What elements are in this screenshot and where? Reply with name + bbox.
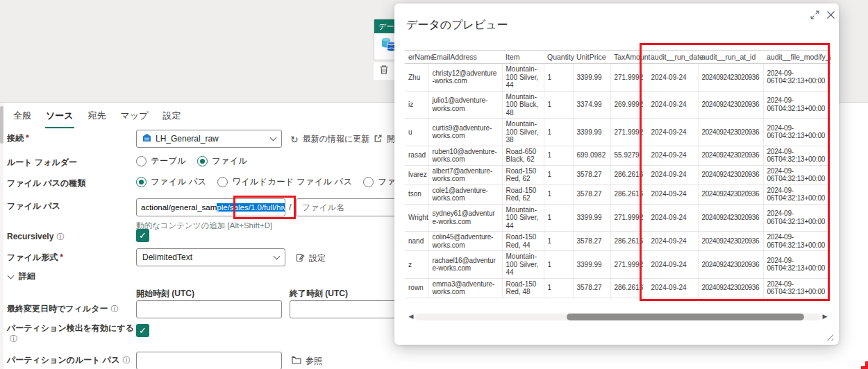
- table-cell: 2024-09-24: [644, 204, 698, 232]
- table-cell: 3399.99: [573, 64, 610, 92]
- panel-scrollbar-thumb[interactable]: [0, 106, 3, 144]
- table-cell: 2024092423020936: [698, 278, 763, 298]
- table-cell: 2024-09-24: [644, 146, 698, 165]
- table-cell: 271.9992: [610, 204, 644, 232]
- partition-discovery-label: パーティション検出を有効にするⓘ: [7, 323, 135, 344]
- radio-selected-icon: [197, 156, 208, 166]
- table-cell: colin45@adventure-works.com: [428, 232, 502, 251]
- table-cell: rasad: [405, 146, 428, 165]
- column-header: audit__run_at_id: [698, 51, 763, 64]
- table-cell: julio1@adventure-works.com: [428, 91, 502, 119]
- column-header: Item: [502, 51, 544, 64]
- table-cell: 2024-09-06T04:32:13+00:00: [763, 119, 831, 146]
- connection-label: 接続*: [7, 133, 135, 144]
- dialog-title: データのプレビュー: [406, 18, 508, 33]
- refresh-icon: ↻: [290, 135, 299, 144]
- table-cell: tson: [405, 184, 428, 204]
- table-cell: 269.9992: [610, 91, 644, 119]
- table-cell: Road-650 Black, 62: [502, 146, 544, 165]
- table-row: ucurtis9@adventure-works.comMountain-100…: [405, 119, 831, 146]
- close-dialog-icon[interactable]: [826, 10, 837, 21]
- start-time-label: 開始時刻 (UTC): [136, 289, 268, 299]
- table-cell: 271.9992: [610, 251, 644, 279]
- radio-icon: [363, 177, 374, 187]
- radio-option-wildcard-path[interactable]: ワイルドカード ファイル パス: [217, 176, 352, 188]
- table-row: lvarezalbert7@adventure-works.comRoad-15…: [405, 165, 831, 184]
- scrollbar-thumb[interactable]: [567, 314, 804, 320]
- add-dynamic-content-link[interactable]: 動的なコンテンツの追加 [Alt+Shift+D]: [136, 221, 272, 231]
- table-row: tsoncole1@adventure-works.comRoad-150 Re…: [405, 184, 831, 204]
- tab-general[interactable]: 全般: [12, 105, 32, 128]
- table-cell: 1: [544, 204, 573, 232]
- panel-scrollbar[interactable]: [0, 103, 3, 369]
- info-icon[interactable]: ⓘ: [110, 304, 118, 313]
- radio-option-files[interactable]: ファイル: [197, 155, 247, 167]
- table-cell: 3578.27: [573, 278, 610, 298]
- table-cell: 2024092423020936: [698, 146, 763, 165]
- table-cell: Road-150 Red, 62: [502, 184, 544, 204]
- table-cell: 2024-09-24: [644, 91, 698, 119]
- tab-mapping[interactable]: マップ: [120, 105, 149, 128]
- table-cell: 2024092423020936: [698, 232, 763, 251]
- table-cell: Zhu: [405, 64, 428, 92]
- radio-option-table[interactable]: テーブル: [136, 155, 186, 167]
- table-cell: 2024-09-06T04:32:13+00:00: [763, 165, 831, 184]
- tab-source[interactable]: ソース: [45, 105, 74, 128]
- partition-discovery-checkbox[interactable]: ✓: [136, 324, 149, 337]
- scroll-left-icon[interactable]: ◀: [407, 312, 415, 321]
- table-cell: 2024092423020936: [698, 119, 763, 146]
- table-cell: Mountain-100 Black, 48: [502, 91, 544, 119]
- table-cell: 2024-09-06T04:32:13+00:00: [763, 184, 831, 204]
- table-cell: 286.2616: [610, 165, 644, 184]
- table-cell: 2024092423020936: [698, 184, 763, 204]
- file-format-dropdown[interactable]: DelimitedText: [136, 248, 285, 266]
- table-cell: 271.9992: [610, 64, 644, 92]
- radio-selected-icon: [136, 177, 147, 187]
- start-time-input[interactable]: [136, 300, 282, 318]
- table-cell: emma3@adventure-works.com: [428, 278, 502, 298]
- column-header: EmailAddress: [428, 51, 502, 64]
- scroll-right-icon[interactable]: ▶: [821, 312, 829, 321]
- info-icon[interactable]: ⓘ: [122, 356, 130, 364]
- dialog-resize-handle[interactable]: [825, 332, 833, 341]
- settings-icon: [296, 253, 305, 264]
- tab-settings[interactable]: 設定: [162, 105, 182, 128]
- delete-activity-icon[interactable]: [379, 65, 389, 78]
- recursively-label: Recursivelyⓘ: [7, 232, 135, 242]
- table-cell: 3399.99: [573, 119, 610, 146]
- table-cell: u: [405, 119, 428, 146]
- table-row: Zhuchristy12@adventure-works.comMountain…: [405, 64, 831, 92]
- info-icon[interactable]: ⓘ: [56, 232, 64, 241]
- chevron-down-icon: [8, 273, 15, 280]
- root-folder-label: ルート フォルダー: [7, 157, 135, 168]
- advanced-section-toggle[interactable]: 詳細: [8, 271, 35, 282]
- format-settings-button[interactable]: 設定: [296, 252, 326, 264]
- table-row: rasadruben10@adventure-works.comRoad-650…: [405, 146, 831, 165]
- preview-table-header-row: erNameEmailAddressItemQuantityUnitPriceT…: [405, 51, 831, 64]
- table-cell: 2024-09-24: [644, 251, 698, 279]
- horizontal-scrollbar[interactable]: ◀ ▶: [407, 312, 829, 321]
- path-type-label: ファイル パスの種類: [7, 178, 135, 189]
- refresh-button[interactable]: ↻ 最新の情報に更新: [290, 133, 369, 145]
- file-format-value: DelimitedText: [142, 252, 274, 262]
- expand-dialog-icon[interactable]: [810, 10, 821, 21]
- external-link-icon: [374, 134, 383, 145]
- partition-root-input[interactable]: [136, 352, 282, 369]
- info-icon[interactable]: ⓘ: [10, 334, 17, 343]
- table-cell: 3578.27: [573, 165, 610, 184]
- table-cell: Wright: [405, 204, 428, 232]
- file-path-input[interactable]: actional/general_sample/sales/1.0/full/h…: [136, 198, 285, 216]
- table-cell: 1: [544, 146, 573, 165]
- recursively-checkbox[interactable]: ✓: [136, 229, 149, 242]
- radio-option-file-path[interactable]: ファイル パス: [136, 176, 206, 188]
- browse-button[interactable]: 参照: [292, 355, 322, 367]
- table-cell: 1: [544, 64, 573, 92]
- table-cell: Road-150 Red, 62: [502, 165, 544, 184]
- tab-destination[interactable]: 宛先: [87, 105, 107, 128]
- file-path-text: actional/general_sam: [141, 203, 217, 212]
- table-cell: 1: [544, 165, 573, 184]
- connection-dropdown[interactable]: LH_General_raw: [136, 130, 282, 148]
- scrollbar-track[interactable]: [415, 314, 821, 320]
- table-cell: nand: [405, 232, 428, 251]
- table-cell: 271.9992: [610, 119, 644, 146]
